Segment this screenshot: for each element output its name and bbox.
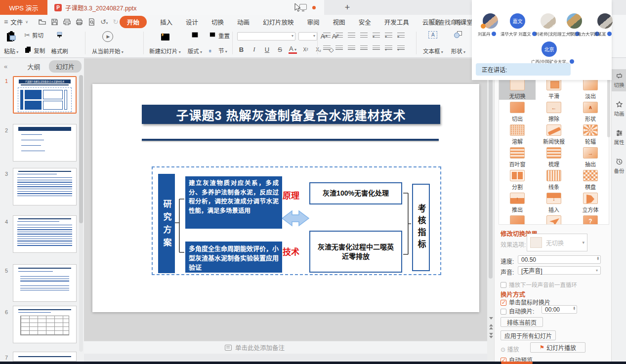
copy-button[interactable]: 复制: [24, 46, 45, 55]
slide-thumbnail-4[interactable]: [13, 215, 77, 253]
participant-avatar[interactable]: [567, 13, 582, 29]
redo-icon[interactable]: ↻: [113, 18, 119, 25]
slide-diagram[interactable]: 研究方案 建立灰渣物质对应关系，多成分、多养护法制备水泥，反应过程分析，调控灰渣…: [152, 166, 441, 275]
canvas-scrollbar-thumb[interactable]: [489, 61, 493, 279]
numbering-button[interactable]: [335, 33, 343, 38]
transition-lines[interactable]: 线条: [536, 168, 572, 191]
transition-pull[interactable]: →抽出: [572, 145, 609, 168]
slide-thumbnail-5[interactable]: [13, 264, 77, 302]
speed-input[interactable]: 00.50 ▴▾: [518, 255, 601, 264]
tab-view[interactable]: 视图: [333, 17, 345, 27]
align-center-button[interactable]: [335, 45, 343, 51]
new-tab-button[interactable]: +: [341, 1, 354, 14]
notes-bar[interactable]: 单击此处添加备注: [84, 341, 487, 354]
tab-animation[interactable]: 动画: [237, 17, 250, 27]
tab-devtools[interactable]: 开发工具: [384, 17, 409, 27]
slide-title[interactable]: 子课题3 热解灰渣制备复合水泥建材技术: [142, 105, 440, 124]
tab-design[interactable]: 设计: [186, 17, 198, 27]
line-spacing-button[interactable]: [385, 45, 392, 51]
gallery-scrollbar[interactable]: [607, 78, 610, 137]
transition-random[interactable]: ?: [572, 213, 609, 225]
document-tab[interactable]: P 子课题3.3_20240827.pptx: [47, 0, 324, 15]
slide-thumbnail-3[interactable]: [13, 168, 77, 205]
participant-avatar-beijing[interactable]: 北京: [542, 41, 557, 57]
slideshow-play-button[interactable]: ⚑幻灯片播放: [530, 342, 585, 353]
loop-sound-checkbox[interactable]: 播放下一段声音前一直循环: [501, 281, 577, 288]
italic-button[interactable]: I: [250, 45, 258, 53]
transition-cube[interactable]: 立方体: [572, 191, 609, 213]
pane-tab-backup[interactable]: 备份: [612, 155, 626, 177]
auto-advance-input[interactable]: 00:00 ▴▾: [542, 305, 577, 314]
increase-indent-button[interactable]: [360, 33, 368, 38]
open-icon[interactable]: [39, 18, 46, 26]
transition-dissolve[interactable]: 溶解: [499, 122, 536, 145]
canvas-scrollbar[interactable]: [487, 58, 494, 362]
effect-option-select[interactable]: 无切换: [527, 234, 587, 251]
transition-newsflash[interactable]: 新闻快报: [536, 122, 572, 145]
speed-spinner[interactable]: ▴▾: [597, 256, 599, 260]
align-text-button[interactable]: [385, 33, 392, 38]
next-slide-button[interactable]: [489, 333, 493, 338]
transition-blinds[interactable]: 百叶窗: [499, 145, 536, 168]
collapse-panel-button[interactable]: «: [4, 63, 7, 70]
textbox-button[interactable]: A 文本框: [423, 31, 443, 55]
transition-shape[interactable]: ∧形状: [572, 100, 609, 122]
app-tab[interactable]: WPS 演示: [0, 0, 47, 15]
transition-wheel[interactable]: 轮辐: [572, 122, 609, 145]
pane-tab-properties[interactable]: 属性: [612, 126, 626, 149]
subscript-button[interactable]: X₂: [314, 47, 323, 52]
play-button[interactable]: 播放: [501, 345, 519, 353]
pane-tab-animation[interactable]: 动画: [612, 98, 626, 120]
print-preview-icon[interactable]: [88, 18, 95, 26]
participant-avatar[interactable]: 嘉文: [510, 13, 525, 29]
align-left-button[interactable]: [323, 45, 331, 51]
scroll-down-icon[interactable]: [489, 317, 493, 320]
strikethrough-button[interactable]: S: [276, 46, 284, 53]
transition-split[interactable]: 分割: [499, 168, 536, 191]
bold-button[interactable]: B: [237, 46, 246, 53]
rehearse-current-button[interactable]: 排练当前页: [501, 317, 543, 327]
transition-plane[interactable]: [536, 213, 572, 225]
superscript-button[interactable]: X²: [301, 47, 310, 52]
layout-button[interactable]: 版式: [188, 31, 202, 55]
participant-avatar[interactable]: [541, 13, 556, 29]
save-icon[interactable]: [51, 18, 58, 26]
paragraph-more-button[interactable]: [397, 45, 405, 51]
reset-button[interactable]: 重置: [209, 31, 230, 40]
format-painter-button[interactable]: 格式刷: [51, 31, 68, 55]
file-menu[interactable]: ≡ 文件 ∨: [4, 15, 28, 29]
slide-thumbnail-6[interactable]: [13, 306, 77, 343]
cut-button[interactable]: ✂剪切: [24, 31, 43, 39]
transition-wipe[interactable]: ←擦除: [536, 100, 572, 122]
font-size-select[interactable]: [298, 32, 317, 40]
auto-advance-spinner[interactable]: ▴▾: [573, 306, 575, 310]
slides-tab[interactable]: 幻灯片: [49, 60, 82, 73]
find-command[interactable]: 查找命令: [431, 15, 462, 29]
tab-security[interactable]: 安全: [359, 17, 371, 27]
shapes-button[interactable]: 形状: [451, 31, 465, 55]
undo-icon[interactable]: ↺▾: [100, 18, 108, 25]
current-slide[interactable]: 子课题3 热解灰渣制备复合水泥建材技术 研究方案 建立灰渣物质对应关系，多成分、…: [92, 84, 479, 312]
new-slide-button[interactable]: 新建幻灯片: [149, 31, 181, 55]
bullets-button[interactable]: [323, 33, 331, 38]
play-from-current-button[interactable]: ▶ 从当前开始: [92, 31, 124, 55]
tab-review[interactable]: 审阅: [307, 17, 320, 27]
tab-home[interactable]: 开始: [120, 16, 147, 28]
tab-slideshow[interactable]: 幻灯片放映: [263, 17, 294, 27]
output-icon[interactable]: [63, 18, 71, 26]
transition-morph[interactable]: 平滑: [536, 77, 572, 100]
section-button[interactable]: 节: [209, 46, 227, 55]
font-color-button[interactable]: A: [289, 45, 297, 54]
text-direction-button[interactable]: [373, 33, 380, 38]
previous-slide-button[interactable]: [489, 324, 493, 329]
distribute-button[interactable]: [373, 45, 380, 51]
transition-cut[interactable]: 切出: [499, 100, 536, 122]
align-right-button[interactable]: [348, 45, 355, 51]
underline-button[interactable]: U: [263, 46, 271, 53]
sound-select[interactable]: [无声音] ▾: [518, 266, 601, 275]
transition-checkerboard[interactable]: →棋盘: [572, 168, 609, 191]
transition-insert[interactable]: ↓插入: [536, 191, 572, 213]
font-name-select[interactable]: [237, 32, 295, 40]
columns-button[interactable]: [397, 33, 405, 38]
transition-push[interactable]: ↑推出: [499, 191, 536, 213]
